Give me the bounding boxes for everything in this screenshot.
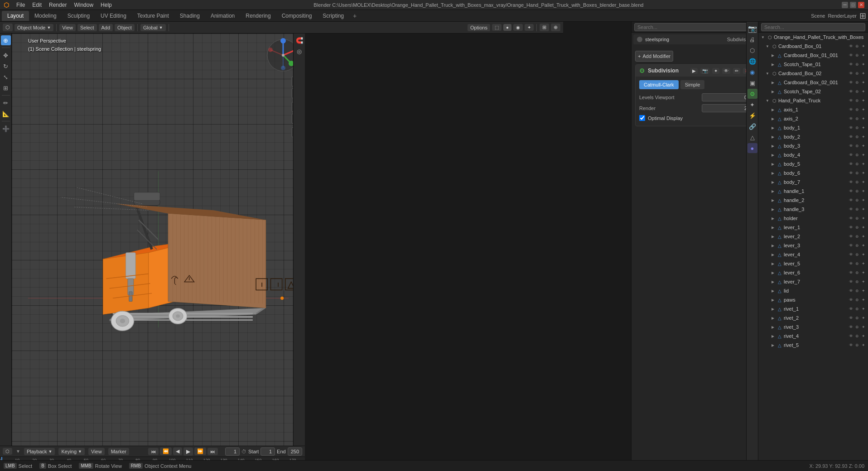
- cb02-render-icon[interactable]: ✦: [861, 71, 866, 76]
- body-2-eye-icon[interactable]: 👁: [848, 134, 854, 139]
- tab-scripting[interactable]: Scripting: [317, 11, 349, 21]
- lid-cursor-icon[interactable]: ⊕: [854, 288, 860, 293]
- props-particles-btn[interactable]: ✦: [747, 100, 757, 110]
- st01-cursor-icon[interactable]: ⊕: [854, 62, 860, 67]
- keying-menu[interactable]: Keying ▼: [58, 448, 85, 455]
- tree-item-body-2[interactable]: ▶ △ body_2 👁 ⊕ ✦: [758, 132, 868, 141]
- lever-6-eye-icon[interactable]: 👁: [848, 270, 854, 275]
- playback-menu[interactable]: Playback ▼: [24, 448, 55, 455]
- tab-animation[interactable]: Animation: [205, 11, 240, 21]
- end-frame-input[interactable]: 250: [288, 447, 302, 456]
- props-object-btn[interactable]: ▣: [747, 78, 757, 88]
- mode-dropdown[interactable]: Object Mode ▼: [14, 24, 53, 31]
- transform-tool[interactable]: ⊞: [1, 83, 11, 93]
- wireframe-btn[interactable]: ⬚: [492, 24, 502, 31]
- object-menu[interactable]: Object: [115, 24, 135, 31]
- tree-item-scotch-tape-01[interactable]: ▶ △ Scotch_Tape_01 👁 ⊕ ✦: [758, 60, 868, 69]
- viewport[interactable]: User Perspective (1) Scene Collection | …: [12, 34, 305, 446]
- outliner-tree[interactable]: ▼ ⬡ Orange_Hand_Pallet_Truck_with_Boxes …: [758, 33, 868, 460]
- body-5-render-icon[interactable]: ✦: [861, 161, 866, 167]
- rivet-2-render-icon[interactable]: ✦: [861, 315, 866, 321]
- st01-render-icon[interactable]: ✦: [861, 62, 866, 67]
- tree-item-body-6[interactable]: ▶ △ body_6 👁 ⊕ ✦: [758, 168, 868, 178]
- optimal-display-checkbox[interactable]: [639, 115, 645, 121]
- lever-2-eye-icon[interactable]: 👁: [848, 234, 854, 239]
- lever-1-cursor-icon[interactable]: ⊕: [854, 225, 860, 230]
- handle-3-cursor-icon[interactable]: ⊕: [854, 207, 860, 212]
- overlay-btn[interactable]: ⊞: [540, 24, 549, 31]
- view-menu[interactable]: View: [59, 24, 76, 31]
- menu-file[interactable]: File: [13, 1, 29, 9]
- menu-edit[interactable]: Edit: [29, 1, 45, 9]
- modifier-editmode-btn[interactable]: ✏: [733, 68, 740, 74]
- tree-item-lever-4[interactable]: ▶ △ lever_4 👁 ⊕ ✦: [758, 250, 868, 259]
- tree-item-cb02-001[interactable]: ▶ △ Cardboard_Box_02_001 👁 ⊕ ✦: [758, 78, 868, 87]
- axis-1-render-icon[interactable]: ✦: [861, 107, 866, 112]
- body-6-render-icon[interactable]: ✦: [861, 170, 866, 176]
- rivet-1-eye-icon[interactable]: 👁: [848, 306, 854, 312]
- props-view-layer-btn[interactable]: ⬡: [747, 45, 757, 55]
- st02-cursor-icon[interactable]: ⊕: [854, 89, 860, 94]
- tree-item-root-collection[interactable]: ▼ ⬡ Orange_Hand_Pallet_Truck_with_Boxes: [758, 33, 868, 42]
- add-modifier-btn[interactable]: + Add Modifier: [635, 51, 673, 62]
- move-tool[interactable]: ✥: [1, 50, 11, 60]
- cb01-render-icon[interactable]: ✦: [861, 43, 866, 49]
- cursor-tool[interactable]: ⊕: [1, 35, 11, 45]
- handle-3-eye-icon[interactable]: 👁: [848, 207, 854, 212]
- tab-texture-paint[interactable]: Texture Paint: [132, 11, 174, 21]
- rivet-5-eye-icon[interactable]: 👁: [848, 342, 854, 348]
- paws-cursor-icon[interactable]: ⊕: [854, 297, 860, 303]
- scale-tool[interactable]: ⤡: [1, 72, 11, 82]
- levels-viewport-value[interactable]: 0: [702, 93, 750, 101]
- modifier-render-btn[interactable]: ✦: [712, 68, 719, 74]
- body-7-cursor-icon[interactable]: ⊕: [854, 179, 860, 185]
- rt-proportional-btn[interactable]: ◎: [294, 46, 304, 56]
- tree-item-handle-1[interactable]: ▶ △ handle_1 👁 ⊕ ✦: [758, 187, 868, 196]
- lever-6-cursor-icon[interactable]: ⊕: [854, 270, 860, 275]
- lever-4-cursor-icon[interactable]: ⊕: [854, 252, 860, 257]
- start-frame-input[interactable]: 1: [260, 447, 275, 456]
- lever-5-cursor-icon[interactable]: ⊕: [854, 261, 860, 266]
- cb01-eye-icon[interactable]: 👁: [848, 43, 854, 49]
- lever-6-render-icon[interactable]: ✦: [861, 270, 866, 275]
- measure-tool[interactable]: 📐: [1, 109, 11, 119]
- paws-render-icon[interactable]: ✦: [861, 297, 866, 303]
- lid-render-icon[interactable]: ✦: [861, 288, 866, 293]
- rivet-3-eye-icon[interactable]: 👁: [848, 324, 854, 330]
- add-object-tool[interactable]: ➕: [1, 124, 11, 134]
- handle-3-render-icon[interactable]: ✦: [861, 207, 866, 212]
- rivet-5-cursor-icon[interactable]: ⊕: [854, 342, 860, 348]
- add-workspace-btn[interactable]: +: [349, 10, 360, 21]
- holder-eye-icon[interactable]: 👁: [848, 216, 854, 221]
- lever-7-render-icon[interactable]: ✦: [861, 279, 866, 284]
- tree-item-lever-2[interactable]: ▶ △ lever_2 👁 ⊕ ✦: [758, 232, 868, 241]
- rivet-2-eye-icon[interactable]: 👁: [848, 315, 854, 321]
- props-scene-btn[interactable]: 🌐: [747, 56, 757, 66]
- tree-item-body-5[interactable]: ▶ △ body_5 👁 ⊕ ✦: [758, 159, 868, 168]
- options-btn[interactable]: Options: [468, 24, 490, 31]
- hpt-render-icon[interactable]: ✦: [861, 98, 866, 103]
- body-3-eye-icon[interactable]: 👁: [848, 143, 854, 149]
- props-physics-btn[interactable]: ⚡: [747, 111, 757, 120]
- props-search-input[interactable]: [634, 23, 755, 31]
- tab-layout[interactable]: Layout: [2, 11, 29, 21]
- add-menu[interactable]: Add: [99, 24, 113, 31]
- props-constraints-btn[interactable]: 🔗: [747, 121, 757, 131]
- modifier-apply-btn[interactable]: ▶: [690, 68, 698, 74]
- cb01-001-render-icon[interactable]: ✦: [861, 53, 866, 58]
- lid-eye-icon[interactable]: 👁: [848, 288, 854, 293]
- tree-item-body-1[interactable]: ▶ △ body_1 👁 ⊕ ✦: [758, 123, 868, 132]
- cb02-cursor-icon[interactable]: ⊕: [854, 71, 860, 76]
- tree-item-cardboard-box-01[interactable]: ▼ ⬡ Cardboard_Box_01 👁 ⊕ ✦: [758, 42, 868, 51]
- lever-5-render-icon[interactable]: ✦: [861, 261, 866, 266]
- select-menu[interactable]: Select: [77, 24, 97, 31]
- close-btn[interactable]: ✕: [858, 2, 864, 8]
- menu-window[interactable]: Window: [70, 1, 97, 9]
- tree-item-holder[interactable]: ▶ △ holder 👁 ⊕ ✦: [758, 214, 868, 223]
- props-data-btn[interactable]: △: [747, 132, 757, 142]
- lever-2-cursor-icon[interactable]: ⊕: [854, 234, 860, 239]
- rivet-3-render-icon[interactable]: ✦: [861, 324, 866, 330]
- tree-item-axis-2[interactable]: ▶ △ axis_2 👁 ⊕ ✦: [758, 114, 868, 123]
- tree-item-rivet-2[interactable]: ▶ △ rivet_2 👁 ⊕ ✦: [758, 313, 868, 322]
- timeline-editor-type[interactable]: ⬡: [3, 448, 12, 455]
